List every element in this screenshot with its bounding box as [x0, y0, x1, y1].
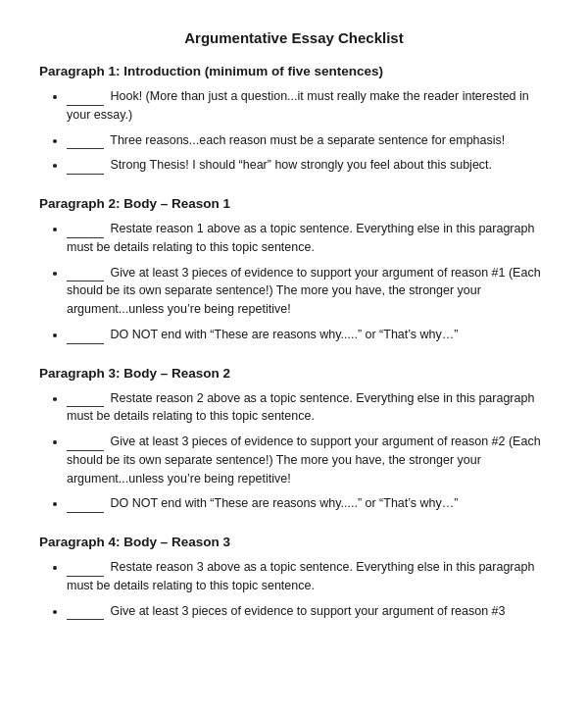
blank-line: [67, 493, 104, 513]
section-para3: Paragraph 3: Body – Reason 2 Restate rea…: [39, 366, 549, 514]
blank-line: [67, 601, 104, 621]
checklist-item: Strong Thesis! I should “hear” how stron…: [67, 155, 549, 175]
section-heading-para4: Paragraph 4: Body – Reason 3: [39, 535, 549, 549]
blank-line: [67, 263, 104, 282]
checklist-list-para1: Hook! (More than just a question...it mu…: [39, 86, 549, 175]
page-title: Argumentative Essay Checklist: [39, 29, 549, 46]
section-para2: Paragraph 2: Body – Reason 1 Restate rea…: [39, 196, 549, 344]
section-para4: Paragraph 4: Body – Reason 3 Restate rea…: [39, 535, 549, 620]
section-heading-para3: Paragraph 3: Body – Reason 2: [39, 366, 549, 381]
checklist-item: Give at least 3 pieces of evidence to su…: [67, 432, 549, 487]
checklist-item: Restate reason 3 above as a topic senten…: [67, 557, 549, 595]
checklist-list-para3: Restate reason 2 above as a topic senten…: [39, 388, 549, 514]
checklist-item: Give at least 3 pieces of evidence to su…: [67, 263, 549, 319]
checklist-item: DO NOT end with “These are reasons why..…: [67, 493, 549, 513]
blank-line: [67, 130, 104, 150]
checklist-list-para2: Restate reason 1 above as a topic senten…: [39, 219, 549, 344]
blank-line: [67, 325, 104, 344]
checklist-item: Three reasons...each reason must be a se…: [67, 130, 549, 150]
checklist-item: Restate reason 1 above as a topic senten…: [67, 219, 549, 257]
section-heading-para2: Paragraph 2: Body – Reason 1: [39, 196, 549, 211]
section-heading-para1: Paragraph 1: Introduction (minimum of fi…: [39, 64, 549, 78]
blank-line: [67, 557, 104, 577]
page: Argumentative Essay Checklist Paragraph …: [0, 0, 588, 716]
checklist-list-para4: Restate reason 3 above as a topic senten…: [39, 557, 549, 620]
section-para1: Paragraph 1: Introduction (minimum of fi…: [39, 64, 549, 175]
blank-line: [67, 388, 104, 408]
checklist-item: DO NOT end with “These are reasons why..…: [67, 325, 549, 344]
blank-line: [67, 86, 104, 106]
checklist-item: Hook! (More than just a question...it mu…: [67, 86, 549, 125]
blank-line: [67, 432, 104, 451]
blank-line: [67, 155, 104, 175]
checklist-item: Restate reason 2 above as a topic senten…: [67, 388, 549, 427]
checklist-item: Give at least 3 pieces of evidence to su…: [67, 601, 549, 621]
blank-line: [67, 219, 104, 238]
